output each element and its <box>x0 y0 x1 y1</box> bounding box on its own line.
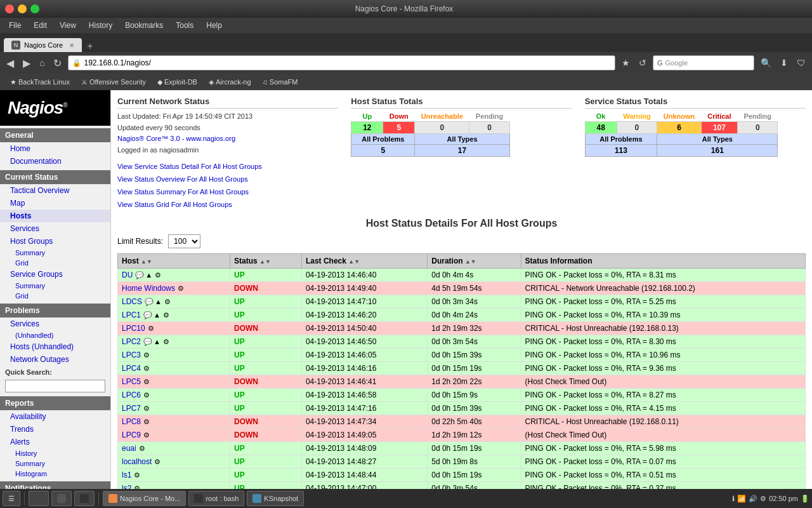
view-status-grid-link[interactable]: View Status Grid For All Host Groups <box>117 199 338 211</box>
action-icon[interactable]: ⚙ <box>134 485 140 489</box>
sidebar-item-alerts-history[interactable]: History <box>0 448 110 458</box>
td-all-problems-value[interactable]: 5 <box>351 145 415 157</box>
sidebar-item-servicegroups[interactable]: Service Groups <box>0 268 110 281</box>
schedule-icon[interactable]: ▲ <box>145 271 152 279</box>
refresh-button[interactable]: ↻ <box>51 56 64 70</box>
host-link[interactable]: localhost <box>122 457 152 466</box>
host-link[interactable]: LPC4 <box>122 364 141 373</box>
th-last-check[interactable]: Last Check ▲▼ <box>301 253 427 268</box>
sidebar-item-trends[interactable]: Trends <box>0 423 110 436</box>
tab-close-icon[interactable]: ✕ <box>69 42 74 49</box>
td-unreachable-value[interactable]: 0 <box>415 122 469 134</box>
action-icon[interactable]: ⚙ <box>163 311 169 319</box>
schedule-icon[interactable]: ▲ <box>154 338 160 345</box>
sidebar-item-alerts-summary[interactable]: Summary <box>0 458 110 469</box>
comment-icon[interactable]: 💬 <box>145 298 154 305</box>
action-icon[interactable]: ⚙ <box>143 364 150 372</box>
host-link[interactable]: LPC10 <box>122 324 145 333</box>
bookmark-star-icon[interactable]: ★ <box>619 57 632 69</box>
host-link[interactable]: LPC3 <box>122 351 141 359</box>
menu-history[interactable]: History <box>84 20 117 31</box>
sidebar-item-documentation[interactable]: Documentation <box>0 155 110 168</box>
action-icon[interactable]: ⚙ <box>139 444 145 452</box>
close-button[interactable] <box>5 4 14 13</box>
schedule-icon[interactable]: ▲ <box>154 311 160 319</box>
address-input[interactable]: 🔒 192.168.0.1/nagios/ <box>68 55 615 70</box>
view-status-summary-link[interactable]: View Status Summary For All Host Groups <box>117 186 338 199</box>
host-link[interactable]: LPC5 <box>122 377 141 386</box>
action-icon[interactable]: ⚙ <box>163 338 169 345</box>
sidebar-item-availability[interactable]: Availability <box>0 410 110 423</box>
td-warning-value[interactable]: 0 <box>617 122 657 134</box>
menu-tools[interactable]: Tools <box>171 20 199 31</box>
host-link[interactable]: LPC8 <box>122 417 141 426</box>
home-button[interactable]: ⌂ <box>37 57 47 69</box>
sidebar-item-alerts-histogram[interactable]: Histogram <box>0 469 110 479</box>
forward-button[interactable]: ▶ <box>20 56 33 70</box>
shield-icon[interactable]: 🛡 <box>794 57 808 69</box>
td-pending-value[interactable]: 0 <box>469 122 509 134</box>
comment-icon[interactable]: 💬 <box>143 311 152 319</box>
action-icon[interactable]: ⚙ <box>155 271 161 279</box>
td-svc-all-problems-value[interactable]: 113 <box>585 145 657 157</box>
sidebar-item-map[interactable]: Map <box>0 197 110 210</box>
td-all-types-value[interactable]: 17 <box>415 145 509 157</box>
minimize-button[interactable] <box>18 4 27 13</box>
sidebar-item-hosts[interactable]: Hosts <box>0 210 110 222</box>
sidebar-item-hosts-unhandled[interactable]: Hosts (Unhandled) <box>0 340 110 353</box>
menu-help[interactable]: Help <box>201 20 227 31</box>
td-up-value[interactable]: 12 <box>351 122 383 134</box>
th-status[interactable]: Status ▲▼ <box>230 253 301 268</box>
comment-icon[interactable]: 💬 <box>135 271 144 279</box>
quick-search-input[interactable] <box>5 380 105 392</box>
sidebar-item-problem-services[interactable]: Services <box>0 318 110 330</box>
comment-icon[interactable]: 💬 <box>143 338 152 345</box>
action-icon[interactable]: ⚙ <box>134 471 140 479</box>
menu-bookmarks[interactable]: Bookmarks <box>120 20 168 31</box>
action-icon[interactable]: ⚙ <box>143 391 150 399</box>
bookmark-somafm[interactable]: ♫ SomaFM <box>258 77 303 87</box>
search-input[interactable]: G Google <box>653 55 754 70</box>
bookmark-aircrack[interactable]: ◈ Aircrack-ng <box>204 77 256 88</box>
td-pending-svc-value[interactable]: 0 <box>738 122 778 134</box>
host-link[interactable]: LPC7 <box>122 404 141 413</box>
sidebar-item-hostgroups[interactable]: Host Groups <box>0 235 110 248</box>
menu-edit[interactable]: Edit <box>29 20 52 31</box>
reload-icon[interactable]: ↺ <box>636 57 649 69</box>
th-host[interactable]: Host ▲▼ <box>118 253 230 268</box>
action-icon[interactable]: ⚙ <box>143 351 150 359</box>
host-link[interactable]: LPC9 <box>122 431 141 439</box>
sidebar-item-alerts[interactable]: Alerts <box>0 436 110 448</box>
sidebar-item-servicegroups-summary[interactable]: Summary <box>0 281 110 291</box>
maximize-button[interactable] <box>30 4 39 13</box>
back-button[interactable]: ◀ <box>4 56 16 70</box>
th-duration[interactable]: Duration ▲▼ <box>428 253 521 268</box>
host-link[interactable]: ls2 <box>122 484 131 489</box>
host-link[interactable]: Home Windows <box>122 284 175 293</box>
action-icon[interactable]: ⚙ <box>143 418 150 425</box>
bookmark-offensive[interactable]: ⚔ Offensive Security <box>76 77 151 88</box>
sidebar-item-network-outages[interactable]: Network Outages <box>0 353 110 366</box>
sidebar-item-services[interactable]: Services <box>0 222 110 235</box>
host-link[interactable]: ls1 <box>122 471 131 479</box>
host-link[interactable]: LPC6 <box>122 391 141 399</box>
download-icon[interactable]: ⬇ <box>778 57 790 69</box>
td-critical-value[interactable]: 107 <box>701 122 737 134</box>
td-unknown-value[interactable]: 6 <box>657 122 702 134</box>
host-link[interactable]: euai <box>122 444 136 453</box>
host-link[interactable]: LPC2 <box>122 337 141 346</box>
action-icon[interactable]: ⚙ <box>143 404 150 412</box>
view-status-overview-link[interactable]: View Status Overview For All Host Groups <box>117 173 338 186</box>
host-link[interactable]: DU <box>122 271 133 279</box>
sidebar-item-services-unhandled[interactable]: (Unhandled) <box>0 330 110 340</box>
action-icon[interactable]: ⚙ <box>143 378 150 385</box>
action-icon[interactable]: ⚙ <box>148 324 154 332</box>
td-ok-value[interactable]: 48 <box>585 122 617 134</box>
sidebar-item-hostgroups-grid[interactable]: Grid <box>0 258 110 268</box>
action-icon[interactable]: ⚙ <box>143 431 150 439</box>
bookmark-backtrack[interactable]: ★ BackTrack Linux <box>5 77 75 88</box>
td-down-value[interactable]: 5 <box>383 122 415 134</box>
bookmark-exploitdb[interactable]: ◆ Exploit-DB <box>152 77 202 88</box>
host-link[interactable]: LDCS <box>122 297 142 306</box>
zoom-icon[interactable]: 🔍 <box>758 57 774 69</box>
